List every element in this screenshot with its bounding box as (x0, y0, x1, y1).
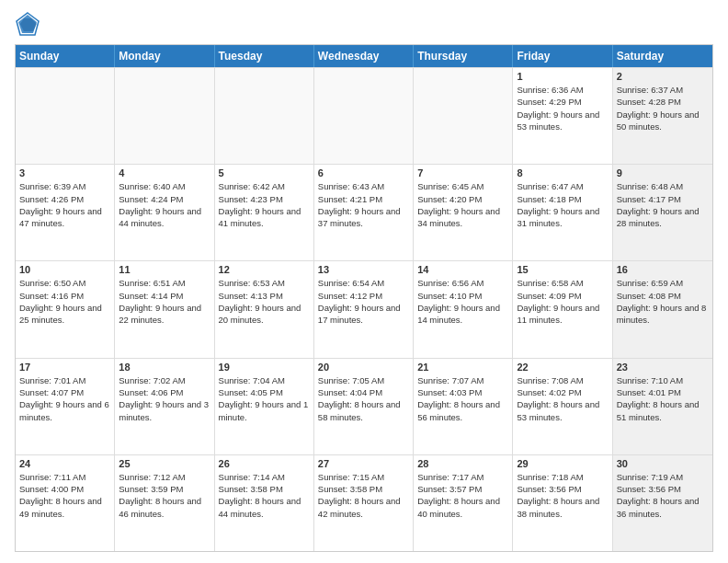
day-info: Sunrise: 7:19 AM Sunset: 3:56 PM Dayligh… (617, 471, 709, 520)
calendar-header-cell: Monday (115, 45, 214, 67)
day-info: Sunrise: 6:58 AM Sunset: 4:09 PM Dayligh… (517, 277, 608, 326)
calendar-cell: 21Sunrise: 7:07 AM Sunset: 4:03 PM Dayli… (414, 359, 513, 454)
day-number: 12 (219, 264, 310, 275)
day-info: Sunrise: 6:53 AM Sunset: 4:13 PM Dayligh… (219, 277, 310, 326)
day-number: 10 (19, 264, 110, 275)
day-number: 22 (517, 362, 608, 373)
calendar-cell: 30Sunrise: 7:19 AM Sunset: 3:56 PM Dayli… (613, 455, 712, 551)
calendar-header-cell: Wednesday (314, 45, 414, 67)
day-number: 23 (617, 362, 709, 373)
calendar-cell: 27Sunrise: 7:15 AM Sunset: 3:58 PM Dayli… (314, 455, 414, 551)
calendar-header: SundayMondayTuesdayWednesdayThursdayFrid… (16, 45, 712, 67)
day-info: Sunrise: 7:10 AM Sunset: 4:01 PM Dayligh… (617, 374, 709, 423)
day-number: 14 (417, 264, 508, 275)
calendar-cell: 7Sunrise: 6:45 AM Sunset: 4:20 PM Daylig… (414, 165, 513, 260)
calendar-row: 17Sunrise: 7:01 AM Sunset: 4:07 PM Dayli… (16, 358, 712, 454)
calendar-cell: 10Sunrise: 6:50 AM Sunset: 4:16 PM Dayli… (16, 261, 115, 357)
day-info: Sunrise: 7:01 AM Sunset: 4:07 PM Dayligh… (19, 374, 110, 423)
day-number: 11 (119, 264, 210, 275)
day-info: Sunrise: 7:17 AM Sunset: 3:57 PM Dayligh… (417, 471, 508, 520)
day-info: Sunrise: 6:37 AM Sunset: 4:28 PM Dayligh… (617, 84, 709, 132)
day-info: Sunrise: 7:02 AM Sunset: 4:06 PM Dayligh… (119, 374, 210, 423)
day-info: Sunrise: 6:59 AM Sunset: 4:08 PM Dayligh… (617, 277, 709, 326)
calendar-cell (414, 68, 513, 164)
day-info: Sunrise: 7:12 AM Sunset: 3:59 PM Dayligh… (119, 471, 210, 520)
day-info: Sunrise: 7:08 AM Sunset: 4:02 PM Dayligh… (517, 374, 608, 423)
day-number: 13 (318, 264, 409, 275)
calendar-header-cell: Tuesday (215, 45, 314, 67)
calendar-cell: 20Sunrise: 7:05 AM Sunset: 4:04 PM Dayli… (314, 359, 414, 454)
day-number: 3 (19, 167, 110, 178)
day-info: Sunrise: 6:40 AM Sunset: 4:24 PM Dayligh… (119, 180, 210, 229)
calendar-cell: 15Sunrise: 6:58 AM Sunset: 4:09 PM Dayli… (513, 261, 612, 357)
calendar-cell (215, 68, 314, 164)
calendar-header-cell: Saturday (613, 45, 712, 67)
day-number: 27 (318, 458, 409, 469)
day-number: 2 (617, 71, 709, 82)
calendar-cell: 11Sunrise: 6:51 AM Sunset: 4:14 PM Dayli… (115, 261, 214, 357)
day-number: 7 (417, 167, 508, 178)
calendar-row: 10Sunrise: 6:50 AM Sunset: 4:16 PM Dayli… (16, 260, 712, 357)
day-info: Sunrise: 7:04 AM Sunset: 4:05 PM Dayligh… (219, 374, 310, 423)
day-number: 21 (417, 362, 508, 373)
day-info: Sunrise: 6:56 AM Sunset: 4:10 PM Dayligh… (417, 277, 508, 326)
day-info: Sunrise: 7:15 AM Sunset: 3:58 PM Dayligh… (318, 471, 409, 520)
calendar-body: 1Sunrise: 6:36 AM Sunset: 4:29 PM Daylig… (16, 67, 712, 551)
calendar-cell: 13Sunrise: 6:54 AM Sunset: 4:12 PM Dayli… (314, 261, 414, 357)
calendar-cell: 8Sunrise: 6:47 AM Sunset: 4:18 PM Daylig… (513, 165, 612, 260)
calendar-header-cell: Friday (513, 45, 612, 67)
calendar-cell (115, 68, 214, 164)
calendar-cell: 28Sunrise: 7:17 AM Sunset: 3:57 PM Dayli… (414, 455, 513, 551)
calendar-cell: 2Sunrise: 6:37 AM Sunset: 4:28 PM Daylig… (613, 68, 712, 164)
day-info: Sunrise: 6:36 AM Sunset: 4:29 PM Dayligh… (517, 84, 608, 132)
day-number: 8 (517, 167, 608, 178)
calendar-row: 24Sunrise: 7:11 AM Sunset: 4:00 PM Dayli… (16, 454, 712, 551)
calendar-cell: 25Sunrise: 7:12 AM Sunset: 3:59 PM Dayli… (115, 455, 214, 551)
day-info: Sunrise: 6:48 AM Sunset: 4:17 PM Dayligh… (617, 180, 709, 229)
day-info: Sunrise: 7:18 AM Sunset: 3:56 PM Dayligh… (517, 471, 608, 520)
day-number: 25 (119, 458, 210, 469)
logo-icon (15, 11, 40, 37)
calendar-cell: 3Sunrise: 6:39 AM Sunset: 4:26 PM Daylig… (16, 165, 115, 260)
day-number: 19 (219, 362, 310, 373)
header (15, 11, 713, 37)
calendar-row: 1Sunrise: 6:36 AM Sunset: 4:29 PM Daylig… (16, 67, 712, 164)
calendar-cell: 1Sunrise: 6:36 AM Sunset: 4:29 PM Daylig… (513, 68, 612, 164)
calendar-cell: 19Sunrise: 7:04 AM Sunset: 4:05 PM Dayli… (215, 359, 314, 454)
day-number: 6 (318, 167, 409, 178)
day-number: 5 (219, 167, 310, 178)
day-number: 9 (617, 167, 709, 178)
calendar-cell (314, 68, 414, 164)
day-info: Sunrise: 7:11 AM Sunset: 4:00 PM Dayligh… (19, 471, 110, 520)
calendar-header-cell: Sunday (16, 45, 115, 67)
day-info: Sunrise: 7:07 AM Sunset: 4:03 PM Dayligh… (417, 374, 508, 423)
calendar-cell: 5Sunrise: 6:42 AM Sunset: 4:23 PM Daylig… (215, 165, 314, 260)
day-info: Sunrise: 6:42 AM Sunset: 4:23 PM Dayligh… (219, 180, 310, 229)
day-info: Sunrise: 6:47 AM Sunset: 4:18 PM Dayligh… (517, 180, 608, 229)
calendar-cell: 23Sunrise: 7:10 AM Sunset: 4:01 PM Dayli… (613, 359, 712, 454)
day-info: Sunrise: 6:45 AM Sunset: 4:20 PM Dayligh… (417, 180, 508, 229)
day-info: Sunrise: 7:14 AM Sunset: 3:58 PM Dayligh… (219, 471, 310, 520)
calendar-cell: 18Sunrise: 7:02 AM Sunset: 4:06 PM Dayli… (115, 359, 214, 454)
calendar-cell: 29Sunrise: 7:18 AM Sunset: 3:56 PM Dayli… (513, 455, 612, 551)
calendar-cell: 22Sunrise: 7:08 AM Sunset: 4:02 PM Dayli… (513, 359, 612, 454)
day-number: 30 (617, 458, 709, 469)
calendar-cell: 14Sunrise: 6:56 AM Sunset: 4:10 PM Dayli… (414, 261, 513, 357)
day-number: 15 (517, 264, 608, 275)
calendar-cell: 4Sunrise: 6:40 AM Sunset: 4:24 PM Daylig… (115, 165, 214, 260)
page: SundayMondayTuesdayWednesdayThursdayFrid… (0, 0, 728, 563)
calendar-cell: 9Sunrise: 6:48 AM Sunset: 4:17 PM Daylig… (613, 165, 712, 260)
calendar-cell: 24Sunrise: 7:11 AM Sunset: 4:00 PM Dayli… (16, 455, 115, 551)
day-info: Sunrise: 6:39 AM Sunset: 4:26 PM Dayligh… (19, 180, 110, 229)
calendar-header-cell: Thursday (414, 45, 513, 67)
day-info: Sunrise: 6:51 AM Sunset: 4:14 PM Dayligh… (119, 277, 210, 326)
day-number: 20 (318, 362, 409, 373)
day-info: Sunrise: 7:05 AM Sunset: 4:04 PM Dayligh… (318, 374, 409, 423)
logo (15, 11, 44, 37)
day-info: Sunrise: 6:43 AM Sunset: 4:21 PM Dayligh… (318, 180, 409, 229)
calendar-cell (16, 68, 115, 164)
calendar-cell: 6Sunrise: 6:43 AM Sunset: 4:21 PM Daylig… (314, 165, 414, 260)
day-number: 28 (417, 458, 508, 469)
day-number: 24 (19, 458, 110, 469)
calendar-row: 3Sunrise: 6:39 AM Sunset: 4:26 PM Daylig… (16, 164, 712, 260)
